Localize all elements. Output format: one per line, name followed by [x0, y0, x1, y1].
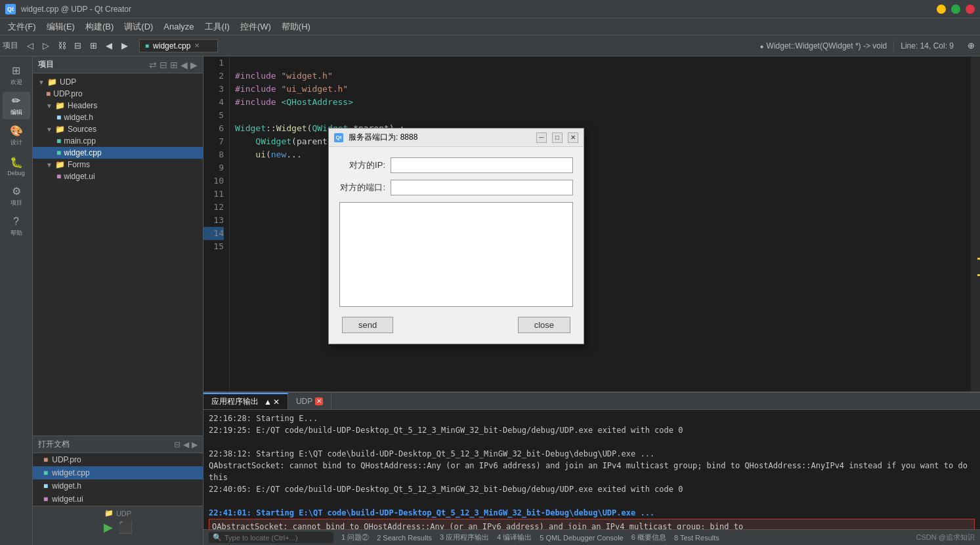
sidebar-icon-help[interactable]: ? 帮助 [3, 212, 30, 240]
status-tab-4[interactable]: 4 编译输出 [497, 533, 532, 542]
sidebar-icon-welcome[interactable]: ⊞ 欢迎 [3, 62, 30, 89]
run-button[interactable]: ▶ [104, 520, 113, 535]
dialog-close-button[interactable]: close [518, 317, 570, 333]
toolbar-tab-close[interactable]: ✕ [194, 42, 200, 49]
toolbar-prev-nav[interactable]: ◀ [102, 39, 116, 52]
ip-input[interactable] [391, 157, 573, 173]
title-bar: Qt widget.cpp @ UDP - Qt Creator ─ □ ✕ [0, 0, 980, 18]
folder-headers-icon: 📁 [55, 101, 65, 110]
tree-item-sources[interactable]: ▼ 📁 Sources [33, 123, 203, 135]
project-title: 项目 [38, 59, 54, 70]
output-line-7 [209, 495, 975, 507]
project-header-actions: ⇄ ⊟ ⊞ ◀ ▶ [149, 60, 198, 70]
open-doc-label-widgetcpp: widget.cpp [52, 468, 89, 477]
editor-scrollbar[interactable] [971, 56, 980, 392]
open-docs-more[interactable]: ▶ [192, 440, 198, 449]
help-icon: ? [13, 216, 19, 228]
toolbar-next-nav[interactable]: ▶ [118, 39, 131, 52]
pro-doc-icon: ■ [43, 455, 48, 464]
status-tab-3[interactable]: 3 应用程序输出 [440, 533, 489, 542]
port-input[interactable] [391, 180, 573, 195]
stop-button[interactable]: ⬛ [118, 520, 133, 535]
sidebar-icon-project[interactable]: ⚙ 项目 [3, 182, 30, 210]
tree-item-headers[interactable]: ▼ 📁 Headers [33, 100, 203, 111]
udp-tab-close[interactable]: ✕ [315, 397, 323, 405]
status-tab-1[interactable]: 1 问题② [341, 533, 369, 542]
collapse-icon[interactable]: ◀ [181, 60, 188, 70]
toolbar-split2[interactable]: ⊞ [87, 39, 100, 52]
locate-input[interactable] [224, 534, 330, 542]
status-tab-6[interactable]: 6 概要信息 [631, 533, 666, 542]
tree-item-maincpp[interactable]: ■ main.cpp [33, 135, 203, 147]
tree-item-forms[interactable]: ▼ 📁 Forms [33, 159, 203, 171]
expand-icon[interactable]: ⊞ [170, 60, 178, 70]
toolbar-split[interactable]: ⊟ [71, 39, 84, 52]
status-tab-5[interactable]: 5 QML Debugger Console [540, 534, 623, 542]
menu-help[interactable]: 帮助(H) [276, 20, 316, 34]
toolbar-forward[interactable]: ▷ [39, 39, 53, 52]
tree-label-widgetcpp: widget.cpp [64, 148, 101, 157]
menu-analyze[interactable]: Analyze [158, 20, 199, 33]
cpp-widget-icon: ■ [56, 148, 61, 157]
tree-item-widgetcpp[interactable]: ■ widget.cpp [33, 147, 203, 159]
menu-debug[interactable]: 调试(D) [119, 20, 158, 34]
toolbar-filename: widget.cpp [153, 41, 190, 50]
output-line-9: QAbstractSocket: cannot bind to QHostAdd… [209, 519, 975, 529]
open-doc-label-widgetui: widget.ui [52, 495, 83, 504]
toolbar-back[interactable]: ◁ [24, 39, 37, 52]
dialog-minimize[interactable]: ─ [536, 132, 547, 143]
ui-widget-icon: ■ [56, 172, 61, 181]
maximize-button[interactable]: □ [951, 5, 960, 14]
tree-item-udp[interactable]: ▼ 📁 UDP [33, 76, 203, 88]
tree-item-widgetui[interactable]: ■ widget.ui [33, 171, 203, 182]
bottom-tab-output-label: 应用程序输出 [211, 396, 259, 407]
port-label: 对方的端口: [339, 182, 385, 193]
filter-icon[interactable]: ⊟ [160, 60, 167, 70]
menu-edit[interactable]: 编辑(E) [41, 20, 80, 34]
sync-icon[interactable]: ⇄ [149, 60, 157, 70]
open-docs-header: 打开文档 ⊟ ◀ ▶ [33, 436, 203, 453]
bottom-tab-output[interactable]: 应用程序输出 ▲ ✕ [203, 393, 288, 409]
more-icon[interactable]: ▶ [190, 60, 198, 70]
open-doc-udppro[interactable]: ■ UDP.pro [33, 453, 203, 466]
open-doc-widgetui[interactable]: ■ widget.ui [33, 493, 203, 506]
tree-label-udp: UDP [60, 77, 76, 87]
minimize-button[interactable]: ─ [937, 5, 946, 14]
tree-item-widgeth[interactable]: ■ widget.h [33, 111, 203, 123]
toolbar-settings[interactable]: ⊕ [964, 39, 977, 52]
output-line-1: 22:16:28: Starting E... [209, 413, 975, 424]
tree-label-udppro: UDP.pro [53, 89, 82, 98]
h-doc-icon: ■ [43, 481, 48, 491]
toolbar-link[interactable]: ⛓ [55, 39, 68, 52]
status-tab-2[interactable]: 2 Search Results [377, 534, 432, 542]
close-bottom-icon[interactable]: ✕ [273, 397, 280, 407]
menu-tools[interactable]: 工具(I) [200, 20, 235, 34]
menu-build[interactable]: 构建(B) [80, 20, 119, 34]
expand-bottom-icon[interactable]: ▲ [264, 397, 272, 407]
dialog-body: 对方的IP: 对方的端口: send close [329, 147, 584, 344]
close-button[interactable]: ✕ [966, 5, 975, 14]
dialog-title-text: 服务器端口为: 8888 [349, 132, 531, 143]
sidebar-icon-debug[interactable]: 🐛 Debug [3, 152, 30, 180]
open-docs-collapse[interactable]: ⊟ [174, 440, 181, 449]
open-doc-widgetcpp[interactable]: ■ widget.cpp [33, 466, 203, 479]
bottom-project-label: 📁 UDP [104, 509, 131, 517]
dialog-close[interactable]: ✕ [568, 132, 578, 143]
status-tab-8[interactable]: 8 Test Results [674, 534, 719, 542]
dialog-maximize[interactable]: □ [552, 132, 563, 143]
open-doc-widgeth[interactable]: ■ widget.h [33, 479, 203, 493]
sidebar-icon-edit[interactable]: ✏ 编辑 [3, 92, 30, 119]
menu-file[interactable]: 文件(F) [3, 20, 41, 34]
tree-item-udppro[interactable]: ■ UDP.pro [33, 88, 203, 100]
dialog-send-button[interactable]: send [342, 317, 393, 333]
title-text: widget.cpp @ UDP - Qt Creator [21, 5, 937, 14]
debug-icon: 🐛 [10, 156, 23, 169]
bottom-tab-udp[interactable]: UDP ✕ [288, 393, 331, 409]
sidebar-icon-design[interactable]: 🎨 设计 [3, 122, 30, 150]
menu-controls[interactable]: 控件(W) [235, 20, 276, 34]
folder-sources-icon: 📁 [55, 125, 65, 134]
output-line-6: 22:40:05: E:/QT code/build-UDP-Desktop_Q… [209, 483, 975, 495]
open-docs-expand[interactable]: ◀ [183, 440, 189, 449]
arrow-forms: ▼ [46, 161, 53, 169]
dialog-message-area[interactable] [339, 202, 573, 307]
